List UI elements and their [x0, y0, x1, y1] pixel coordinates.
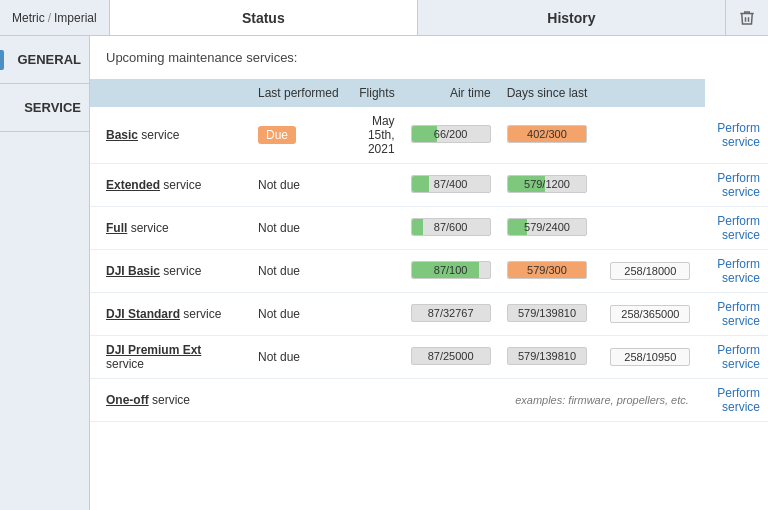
col-flights: Flights: [347, 79, 403, 107]
service-name-link[interactable]: Full: [106, 221, 127, 235]
examples-text: examples: firmware, propellers, etc.: [515, 394, 689, 406]
content-area: Upcoming maintenance services: Last perf…: [90, 36, 768, 510]
service-name-link[interactable]: One-off: [106, 393, 149, 407]
cell-last-performed: [347, 250, 403, 293]
cell-perform: Perform service: [705, 379, 768, 422]
separator: /: [48, 11, 51, 25]
cell-air-time: 579/1200: [499, 164, 596, 207]
progress-bar-label: 87/600: [412, 221, 490, 233]
cell-flights: [403, 379, 499, 422]
table-row: DJI Premium Ext serviceNot due87/2500057…: [90, 336, 768, 379]
cell-days-since-last: 258/365000: [595, 293, 705, 336]
progress-bar: 66/200: [411, 125, 491, 143]
cell-flights: 66/200: [403, 107, 499, 164]
service-type-label: service: [160, 264, 201, 278]
cell-status: Not due: [250, 250, 347, 293]
main-layout: GENERAL SERVICE Upcoming maintenance ser…: [0, 36, 768, 510]
cell-status: [250, 379, 347, 422]
service-name-link[interactable]: DJI Premium Ext: [106, 343, 201, 357]
cell-last-performed: [347, 379, 403, 422]
col-last-performed: Last performed: [250, 79, 347, 107]
sidebar-item-general[interactable]: GENERAL: [0, 36, 89, 84]
progress-bar-label: 402/300: [508, 128, 586, 140]
days-box: 258/365000: [610, 305, 690, 323]
progress-bar: 402/300: [507, 125, 587, 143]
table-row: Extended serviceNot due87/400579/1200Per…: [90, 164, 768, 207]
sidebar-item-service[interactable]: SERVICE: [0, 84, 89, 132]
cell-flights: 87/600: [403, 207, 499, 250]
perform-service-link[interactable]: Perform service: [717, 257, 760, 285]
table-row: One-off serviceexamples: firmware, prope…: [90, 379, 768, 422]
cell-status: Not due: [250, 293, 347, 336]
cell-air-time: 579/139810: [499, 293, 596, 336]
cell-perform: Perform service: [705, 207, 768, 250]
days-box: 258/10950: [610, 348, 690, 366]
cell-status: Not due: [250, 164, 347, 207]
progress-bar: 87/100: [411, 261, 491, 279]
cell-flights: 87/25000: [403, 336, 499, 379]
service-name-link[interactable]: Basic: [106, 128, 138, 142]
cell-perform: Perform service: [705, 107, 768, 164]
delete-button[interactable]: [725, 0, 768, 35]
progress-bar: 579/139810: [507, 304, 587, 322]
service-type-label: service: [127, 221, 168, 235]
perform-service-link[interactable]: Perform service: [717, 343, 760, 371]
progress-bar-label: 87/32767: [412, 307, 490, 319]
service-type-label: service: [138, 128, 179, 142]
cell-last-performed: [347, 336, 403, 379]
progress-bar-label: 66/200: [412, 128, 490, 140]
perform-service-link[interactable]: Perform service: [717, 171, 760, 199]
progress-bar-label: 579/139810: [508, 307, 586, 319]
cell-days-since-last: [595, 107, 705, 164]
service-table: Last performed Flights Air time Days sin…: [90, 79, 768, 422]
cell-days-since-last: 258/18000: [595, 250, 705, 293]
cell-service-name: DJI Standard service: [90, 293, 250, 336]
cell-perform: Perform service: [705, 336, 768, 379]
cell-perform: Perform service: [705, 164, 768, 207]
cell-air-time: 402/300: [499, 107, 596, 164]
cell-service-name: Full service: [90, 207, 250, 250]
metric-label: Metric: [12, 11, 45, 25]
service-name-link[interactable]: Extended: [106, 178, 160, 192]
cell-service-name: One-off service: [90, 379, 250, 422]
perform-service-link[interactable]: Perform service: [717, 121, 760, 149]
status-tab[interactable]: Status: [110, 0, 418, 35]
progress-bar: 579/2400: [507, 218, 587, 236]
progress-bar-label: 579/139810: [508, 350, 586, 362]
perform-service-link[interactable]: Perform service: [717, 214, 760, 242]
progress-bar: 87/25000: [411, 347, 491, 365]
perform-service-link[interactable]: Perform service: [717, 386, 760, 414]
history-tab[interactable]: History: [418, 0, 725, 35]
service-name-link[interactable]: DJI Basic: [106, 264, 160, 278]
table-row: Basic serviceDueMay 15th, 202166/200402/…: [90, 107, 768, 164]
col-name: [90, 79, 250, 107]
service-name-link[interactable]: DJI Standard: [106, 307, 180, 321]
cell-last-performed: May 15th, 2021: [347, 107, 403, 164]
progress-bar: 579/139810: [507, 347, 587, 365]
progress-bar-label: 87/400: [412, 178, 490, 190]
cell-days-since-last: 258/10950: [595, 336, 705, 379]
progress-bar-label: 579/300: [508, 264, 586, 276]
cell-service-name: Extended service: [90, 164, 250, 207]
days-box: 258/18000: [610, 262, 690, 280]
perform-service-link[interactable]: Perform service: [717, 300, 760, 328]
col-air-time: Air time: [403, 79, 499, 107]
progress-bar-label: 579/2400: [508, 221, 586, 233]
progress-bar: 87/600: [411, 218, 491, 236]
table-row: Full serviceNot due87/600579/2400Perform…: [90, 207, 768, 250]
cell-last-performed: [347, 207, 403, 250]
metric-imperial-toggle[interactable]: Metric / Imperial: [0, 0, 110, 35]
cell-status: Due: [250, 107, 347, 164]
service-type-label: service: [160, 178, 201, 192]
progress-bar: 579/300: [507, 261, 587, 279]
progress-bar: 579/1200: [507, 175, 587, 193]
cell-flights: 87/400: [403, 164, 499, 207]
col-days-since-last: Days since last: [499, 79, 596, 107]
table-row: DJI Standard serviceNot due87/32767579/1…: [90, 293, 768, 336]
cell-air-time: 579/139810: [499, 336, 596, 379]
service-type-label: service: [180, 307, 221, 321]
cell-days-since-last: [595, 164, 705, 207]
cell-service-name: DJI Basic service: [90, 250, 250, 293]
due-badge: Due: [258, 126, 296, 144]
section-header: Upcoming maintenance services:: [90, 36, 768, 79]
